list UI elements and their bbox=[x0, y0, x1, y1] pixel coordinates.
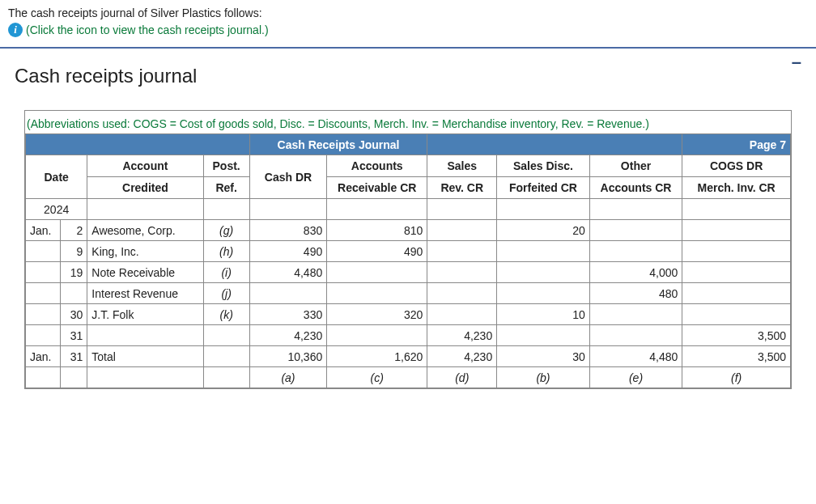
cell-sales bbox=[427, 220, 497, 241]
hdr-other-1: Other bbox=[589, 155, 682, 177]
cell-disc: 30 bbox=[497, 346, 590, 367]
cell-month bbox=[26, 241, 61, 262]
intro-text: The cash receipts journal of Silver Plas… bbox=[8, 6, 808, 19]
cell-ar: 810 bbox=[327, 220, 427, 241]
year-row: 2024 bbox=[26, 199, 791, 220]
cell-month bbox=[26, 304, 61, 325]
cell-disc bbox=[497, 283, 590, 304]
table-row: Interest Revenue (j) 480 bbox=[26, 283, 791, 304]
cell-other: 4,000 bbox=[589, 262, 682, 283]
cash-receipts-table: Cash Receipts Journal Page 7 Date Accoun… bbox=[25, 133, 791, 388]
cell-ar: 490 bbox=[327, 241, 427, 262]
cell-cogs bbox=[682, 283, 791, 304]
table-row: Jan. 2 Awesome, Corp. (g) 830 810 20 bbox=[26, 220, 791, 241]
cell-sales: 4,230 bbox=[427, 325, 497, 346]
cell-ref bbox=[203, 325, 249, 346]
cell-cash: 4,480 bbox=[249, 262, 326, 283]
hdr-cash: Cash DR bbox=[249, 155, 326, 199]
cell-disc bbox=[497, 325, 590, 346]
cell-ar: 1,620 bbox=[327, 346, 427, 367]
cell-disc: 10 bbox=[497, 304, 590, 325]
info-icon[interactable]: i bbox=[8, 23, 23, 37]
cell-ar bbox=[327, 283, 427, 304]
footnote-sales: (d) bbox=[427, 367, 497, 388]
cell-disc bbox=[497, 262, 590, 283]
cell-month bbox=[26, 262, 61, 283]
footnote-cogs: (f) bbox=[682, 367, 791, 388]
cell-day: 30 bbox=[60, 304, 87, 325]
hdr-post-2: Ref. bbox=[203, 177, 249, 199]
cell-cash: 10,360 bbox=[249, 346, 326, 367]
footnote-disc: (b) bbox=[497, 367, 590, 388]
cell-day: 9 bbox=[60, 241, 87, 262]
cell-cogs: 3,500 bbox=[682, 346, 791, 367]
cell-account: Total bbox=[87, 346, 203, 367]
cell-cogs bbox=[682, 262, 791, 283]
cell-cash: 490 bbox=[249, 241, 326, 262]
table-title: Cash Receipts Journal bbox=[249, 134, 427, 155]
cell-sales: 4,230 bbox=[427, 346, 497, 367]
cell-disc bbox=[497, 241, 590, 262]
cell-ref: (h) bbox=[203, 241, 249, 262]
table-row: 19 Note Receivable (i) 4,480 4,000 bbox=[26, 262, 791, 283]
abbreviations-note: (Abbreviations used: COGS = Cost of good… bbox=[25, 117, 791, 133]
cell-sales bbox=[427, 304, 497, 325]
cell-ref: (j) bbox=[203, 283, 249, 304]
cell-day: 31 bbox=[60, 346, 87, 367]
hdr-post-1: Post. bbox=[203, 155, 249, 177]
cell-ref bbox=[203, 346, 249, 367]
hdr-sales-1: Sales bbox=[427, 155, 497, 177]
cell-other bbox=[589, 304, 682, 325]
cell-ar bbox=[327, 325, 427, 346]
cell-cogs bbox=[682, 304, 791, 325]
cell-month bbox=[26, 283, 61, 304]
table-page: Page 7 bbox=[682, 134, 791, 155]
hdr-ar-1: Accounts bbox=[327, 155, 427, 177]
cell-month: Jan. bbox=[26, 346, 61, 367]
collapse-button[interactable]: – bbox=[792, 53, 801, 71]
cell-day: 19 bbox=[60, 262, 87, 283]
footnote-other: (e) bbox=[589, 367, 682, 388]
hdr-account-1: Account bbox=[87, 155, 203, 177]
cell-account: King, Inc. bbox=[87, 241, 203, 262]
total-row: Jan. 31 Total 10,360 1,620 4,230 30 4,48… bbox=[26, 346, 791, 367]
hdr-disc-1: Sales Disc. bbox=[497, 155, 590, 177]
cell-ar: 320 bbox=[327, 304, 427, 325]
cell-cogs bbox=[682, 241, 791, 262]
cell-day: 31 bbox=[60, 325, 87, 346]
cell-sales bbox=[427, 262, 497, 283]
cell-ref: (k) bbox=[203, 304, 249, 325]
info-link[interactable]: (Click the icon to view the cash receipt… bbox=[26, 23, 269, 36]
table-row: 30 J.T. Folk (k) 330 320 10 bbox=[26, 304, 791, 325]
cell-other bbox=[589, 325, 682, 346]
cell-account: Interest Revenue bbox=[87, 283, 203, 304]
cell-account: J.T. Folk bbox=[87, 304, 203, 325]
table-row: 31 4,230 4,230 3,500 bbox=[26, 325, 791, 346]
hdr-disc-2: Forfeited CR bbox=[497, 177, 590, 199]
table-row: 9 King, Inc. (h) 490 490 bbox=[26, 241, 791, 262]
cell-ref: (g) bbox=[203, 220, 249, 241]
cell-account bbox=[87, 325, 203, 346]
hdr-ar-2: Receivable CR bbox=[327, 177, 427, 199]
hdr-account-2: Credited bbox=[87, 177, 203, 199]
cell-other: 480 bbox=[589, 283, 682, 304]
header-row-2: Credited Ref. Receivable CR Rev. CR Forf… bbox=[26, 177, 791, 199]
footnote-ar: (c) bbox=[327, 367, 427, 388]
cell-other: 4,480 bbox=[589, 346, 682, 367]
hdr-date: Date bbox=[26, 155, 87, 199]
page-title: Cash receipts journal bbox=[15, 65, 801, 87]
cell-account: Note Receivable bbox=[87, 262, 203, 283]
header-row-1: Date Account Post. Cash DR Accounts Sale… bbox=[26, 155, 791, 177]
cell-month: Jan. bbox=[26, 220, 61, 241]
hdr-cogs-1: COGS DR bbox=[682, 155, 791, 177]
hdr-cogs-2: Merch. Inv. CR bbox=[682, 177, 791, 199]
cell-other bbox=[589, 241, 682, 262]
cell-cash: 330 bbox=[249, 304, 326, 325]
footnote-row: (a) (c) (d) (b) (e) (f) bbox=[26, 367, 791, 388]
cell-day: 2 bbox=[60, 220, 87, 241]
cell-cash: 830 bbox=[249, 220, 326, 241]
cell-day bbox=[60, 283, 87, 304]
cell-ref: (i) bbox=[203, 262, 249, 283]
footnote-cash: (a) bbox=[249, 367, 326, 388]
cell-cogs bbox=[682, 220, 791, 241]
